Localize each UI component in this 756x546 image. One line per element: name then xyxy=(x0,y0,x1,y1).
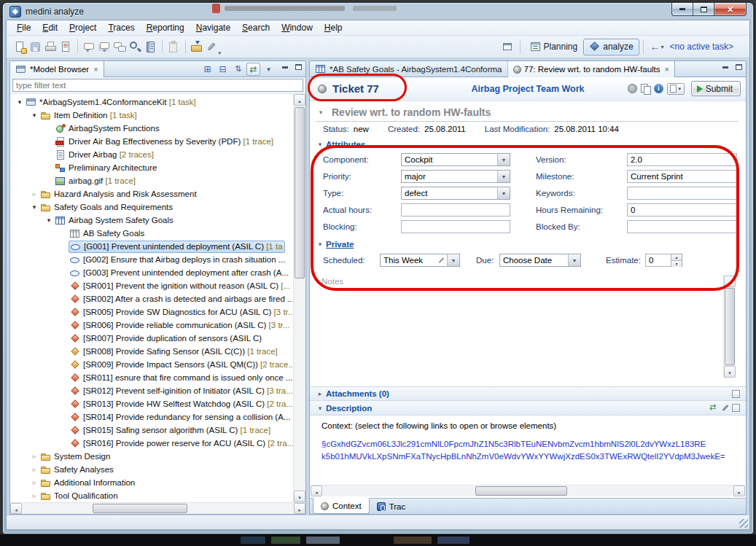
tree-item[interactable]: [SR005] Provide SW Diagnostics for ACU (… xyxy=(10,305,293,319)
spin-down-icon[interactable] xyxy=(671,261,682,267)
notes-vertical-scrollbar[interactable] xyxy=(723,276,736,378)
sort-icon[interactable] xyxy=(231,63,245,76)
scrollbar-thumb[interactable] xyxy=(475,486,566,496)
tree-item[interactable]: Driver Airbag [2 traces] xyxy=(10,148,293,161)
minimize-editor-button[interactable] xyxy=(719,61,731,73)
menu-window[interactable]: Window xyxy=(276,21,319,34)
milestone-input[interactable] xyxy=(627,170,737,183)
description-link[interactable]: k5b01hMUVkLXpSNmFXaTNycHpBLnNhZmV0eWdvYW… xyxy=(322,451,734,463)
view-menu-icon[interactable] xyxy=(667,83,685,95)
tree-item[interactable]: [SR013] Provide HW Selftest Watchdog (AS… xyxy=(10,397,293,410)
minimize-button[interactable] xyxy=(671,3,693,16)
scroll-left-icon[interactable] xyxy=(10,503,22,514)
expand-twistie-icon[interactable]: ▹ xyxy=(29,450,39,463)
configure-icon[interactable] xyxy=(206,40,219,54)
menu-search[interactable]: Search xyxy=(236,21,276,34)
dropdown-arrow-icon[interactable] xyxy=(497,187,510,199)
tree-item[interactable]: [G002] Ensure that Airbag deploys in cra… xyxy=(10,253,293,266)
maximize-view-button[interactable] xyxy=(292,61,305,73)
close-view-icon[interactable] xyxy=(93,66,98,74)
linked-comment-icon[interactable] xyxy=(98,40,112,54)
description-link[interactable]: §cGxhdGZvcm06L3Jlc291cmNlL0FpcmJhZ1N5c3R… xyxy=(322,438,734,451)
collapse-twistie-icon[interactable] xyxy=(316,141,324,148)
dropdown-arrow-icon[interactable] xyxy=(568,254,580,266)
attachments-menu-icon[interactable] xyxy=(732,390,740,398)
info-icon[interactable] xyxy=(654,84,663,93)
estimate-input[interactable] xyxy=(645,254,671,267)
tree-item[interactable]: AirbagSystem Functions xyxy=(10,122,293,135)
notes-area[interactable]: Notes xyxy=(320,276,736,378)
dropdown-arrow-icon[interactable] xyxy=(497,171,510,182)
open-perspective-icon[interactable] xyxy=(502,42,513,52)
priority-combo[interactable]: major xyxy=(401,170,510,183)
tree-item[interactable]: [SR002] After a crash is detected and ai… xyxy=(10,292,293,305)
component-combo[interactable]: Cockpit xyxy=(401,153,510,166)
tree-item[interactable]: [SR009] Provide Impact Sensors (ASIL QM(… xyxy=(10,358,293,371)
expand-twistie-icon[interactable]: ▹ xyxy=(29,463,39,476)
expand-twistie-icon[interactable] xyxy=(316,390,324,397)
filter-input[interactable] xyxy=(12,79,303,92)
type-combo[interactable]: defect xyxy=(401,187,510,200)
menu-file[interactable]: File xyxy=(11,21,36,34)
tree-item[interactable]: [SR008] Provide Safing Sensor (ASIL C(C)… xyxy=(10,345,293,358)
description-section-header[interactable]: Description xyxy=(310,401,746,416)
scroll-right-icon[interactable] xyxy=(733,485,745,496)
tree-item[interactable]: ▾Safety Goals and Requirements xyxy=(10,200,293,214)
tree-item[interactable]: ▹Safety Analyses xyxy=(10,463,293,476)
estimate-stepper[interactable] xyxy=(645,254,682,267)
menu-traces[interactable]: Traces xyxy=(102,21,140,34)
due-combo[interactable]: Choose Date xyxy=(499,254,581,267)
version-input[interactable] xyxy=(627,153,737,166)
scroll-down-icon[interactable] xyxy=(294,491,305,502)
tree-item[interactable]: ▾*AirbagSystem1.4ConformanceKit [1 task] xyxy=(10,95,293,109)
maximize-button[interactable] xyxy=(693,3,714,16)
scheduled-combo[interactable]: This Week xyxy=(380,254,460,267)
save-icon[interactable] xyxy=(28,40,42,54)
perspective-planning-button[interactable]: Planning xyxy=(524,39,584,55)
tab-trac[interactable]: Trac xyxy=(370,499,413,514)
scroll-left-icon[interactable] xyxy=(311,485,322,496)
menu-navigate[interactable]: Navigate xyxy=(190,21,236,34)
ticket-summary[interactable]: Review wrt. to random HW-faults xyxy=(332,106,491,118)
tree-item[interactable]: [SR014] Provide redundancy for sensing a… xyxy=(10,410,293,424)
report-icon[interactable] xyxy=(59,40,73,54)
attributes-section-header[interactable]: Attributes xyxy=(310,133,746,150)
collapse-twistie-icon[interactable]: ▾ xyxy=(15,95,25,109)
tree-item[interactable]: ▾Airbag System Safety Goals xyxy=(10,214,293,227)
editor-horizontal-scrollbar[interactable] xyxy=(311,485,745,496)
tree-item[interactable]: [SR007] Provide duplication of sensors (… xyxy=(10,332,293,345)
tree-item[interactable]: [SR015] Safing sensor algorithm (ASIL C)… xyxy=(10,424,293,437)
maximize-editor-button[interactable] xyxy=(733,61,745,73)
collapse-all-icon[interactable] xyxy=(216,63,230,76)
comment-icon[interactable] xyxy=(82,40,96,54)
perspective-analyze-button[interactable]: analyze xyxy=(583,39,639,55)
comment-group-icon[interactable] xyxy=(113,40,127,54)
tree-horizontal-scrollbar[interactable] xyxy=(10,502,305,514)
expand-twistie-icon[interactable]: ▹ xyxy=(29,187,39,200)
hours-remaining-input[interactable] xyxy=(627,203,737,217)
tree-item[interactable]: ▹System Design xyxy=(10,450,293,463)
tree-item[interactable]: AB Safety Goals xyxy=(10,227,293,240)
collapse-twistie-icon[interactable]: ▾ xyxy=(44,214,54,227)
dropdown-arrow-icon[interactable] xyxy=(497,154,510,165)
editor-tab-ticket-77[interactable]: 77: Review wrt. to random HW-faults xyxy=(508,61,675,77)
menu-help[interactable]: Help xyxy=(319,21,348,34)
titlebar[interactable]: medini analyze xyxy=(3,3,753,20)
tree-item[interactable]: [G003] Prevent unintended deployment aft… xyxy=(10,266,293,279)
expand-twistie-icon[interactable]: ▹ xyxy=(29,476,39,489)
dropdown-arrow-icon[interactable] xyxy=(447,254,459,266)
tree-item[interactable]: Preliminary Architecture xyxy=(10,161,293,174)
tree-item[interactable]: [G001] Prevent unintended deployment (AS… xyxy=(10,240,293,253)
tree-item[interactable]: Driver Air Bag Effectiveness by Severity… xyxy=(10,135,293,148)
tree-item[interactable]: ▹Hazard Analysis and Risk Assessment xyxy=(10,187,293,200)
tree-item[interactable]: [SR001] Prevent the ignition without rea… xyxy=(10,279,293,292)
collapse-twistie-icon[interactable]: ▾ xyxy=(29,200,39,214)
attachments-section-header[interactable]: Attachments (0) xyxy=(310,386,746,401)
menu-reporting[interactable]: Reporting xyxy=(141,21,190,34)
link-with-editor-icon[interactable] xyxy=(246,63,260,76)
description-menu-icon[interactable] xyxy=(732,404,740,412)
blocking-input[interactable] xyxy=(401,220,510,233)
tree-item[interactable]: [SR016] Provide power reserve for ACU (A… xyxy=(10,437,293,450)
chevron-down-icon[interactable] xyxy=(661,44,664,50)
scroll-right-icon[interactable] xyxy=(294,503,305,514)
